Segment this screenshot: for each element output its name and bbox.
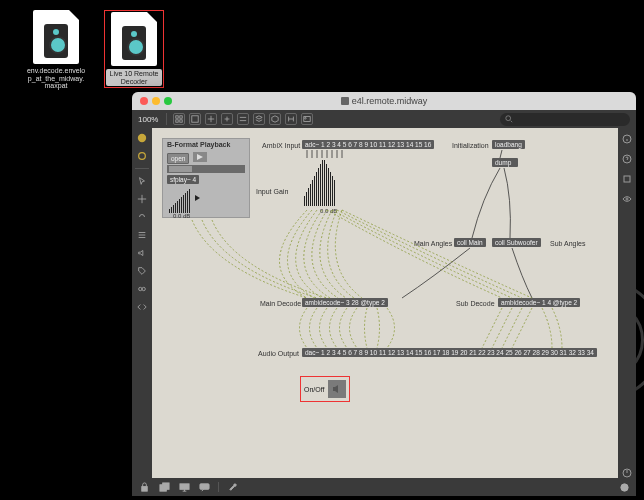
svg-rect-1 (180, 116, 182, 118)
search-icon (505, 115, 513, 123)
onoff-label: On/Off (304, 386, 325, 393)
left-tool-move-icon[interactable] (136, 193, 148, 205)
status-power-icon[interactable] (618, 481, 630, 493)
search-input[interactable] (500, 113, 630, 126)
left-tool-link-icon[interactable] (136, 211, 148, 223)
initialization-label: Initialization (452, 142, 489, 149)
left-tool-tag-icon[interactable] (136, 265, 148, 277)
file-label: Live 10 Remote Decoder (106, 69, 162, 86)
wrench-icon[interactable] (227, 481, 239, 493)
toolbar-arrows-icon[interactable] (221, 113, 233, 125)
open-button[interactable]: open (167, 153, 189, 164)
onoff-highlight: On/Off (300, 376, 350, 402)
zoom-level[interactable]: 100% (138, 115, 160, 124)
left-tool-sound-icon[interactable] (136, 247, 148, 259)
toolbar-h-icon[interactable] (285, 113, 297, 125)
audio-output-label: Audio Output (258, 350, 299, 357)
svg-rect-2 (176, 120, 178, 122)
statusbar (132, 478, 636, 496)
right-info-icon[interactable] (622, 134, 632, 144)
sfplay-object[interactable]: sfplay~ 4 (167, 175, 199, 184)
input-gain-db: 0.0 dB (320, 208, 337, 214)
bformat-panel: B-Format Playback open sfplay~ 4 0.0 dB (162, 138, 250, 218)
svg-point-8 (138, 134, 146, 142)
input-gain[interactable] (304, 158, 335, 206)
left-toolbar (132, 128, 152, 478)
right-eye-icon[interactable] (622, 194, 632, 204)
svg-point-6 (305, 117, 307, 119)
svg-point-11 (142, 287, 145, 290)
main-decode-object[interactable]: ambidecode~ 3 28 @type 2 (302, 298, 388, 307)
play-icon[interactable] (193, 152, 207, 162)
ambix-input-label: AmbiX Input (262, 142, 300, 149)
top-toolbar: 100% (132, 110, 636, 128)
left-tool-circle-icon[interactable] (136, 150, 148, 162)
file-icon-1[interactable]: env.decode.envelop_at_the_midway.maxpat (26, 10, 86, 90)
main-angles-label: Main Angles (414, 240, 452, 247)
left-tool-code-icon[interactable] (136, 301, 148, 313)
bformat-gain-db: 0.0 dB (173, 213, 190, 219)
dump-object[interactable]: dump (492, 158, 518, 167)
right-power-icon[interactable] (622, 468, 632, 478)
svg-point-7 (506, 116, 511, 121)
svg-rect-15 (624, 176, 630, 182)
patcher-canvas[interactable]: B-Format Playback open sfplay~ 4 0.0 dB … (152, 128, 618, 478)
coll-sub-object[interactable]: coll Subwoofer (492, 238, 541, 247)
coll-main-object[interactable]: coll Main (454, 238, 486, 247)
toolbar-layers-icon[interactable] (253, 113, 265, 125)
sub-decode-label: Sub Decode (456, 300, 495, 307)
main-decode-label: Main Decode (260, 300, 301, 307)
adc-object[interactable]: adc~ 1 2 3 4 5 6 7 8 9 10 11 12 13 14 15… (302, 140, 434, 149)
svg-rect-20 (162, 482, 168, 488)
svg-point-10 (139, 287, 142, 290)
toolbar-dashes-icon[interactable] (237, 113, 249, 125)
sub-angles-label: Sub Angles (550, 240, 585, 247)
left-tool-list-icon[interactable] (136, 229, 148, 241)
right-clip-icon[interactable] (622, 174, 632, 184)
lock-icon[interactable] (138, 481, 150, 493)
toolbar-cube-icon[interactable] (269, 113, 281, 125)
window-title: e4l.remote.midway (132, 96, 636, 106)
presentation-icon[interactable] (178, 481, 190, 493)
svg-rect-18 (141, 486, 147, 491)
bformat-gain[interactable] (169, 187, 190, 213)
titlebar: e4l.remote.midway (132, 92, 636, 110)
svg-rect-21 (179, 483, 188, 489)
app-window: e4l.remote.midway 100% (132, 92, 636, 496)
file-label: env.decode.envelop_at_the_midway.maxpat (26, 67, 86, 90)
message-icon[interactable] (198, 481, 210, 493)
windows-icon[interactable] (158, 481, 170, 493)
input-gain-label: Input Gain (256, 188, 288, 195)
desktop: env.decode.envelop_at_the_midway.maxpat … (0, 0, 644, 500)
right-toolbar (618, 128, 636, 478)
toolbar-img-icon[interactable] (301, 113, 313, 125)
left-tool-cursor-icon[interactable] (136, 175, 148, 187)
playback-slider[interactable] (167, 165, 245, 173)
svg-rect-0 (176, 116, 178, 118)
toolbar-snap-icon[interactable] (189, 113, 201, 125)
toolbar-grid-icon[interactable] (173, 113, 185, 125)
svg-rect-4 (192, 116, 198, 122)
ezdac-toggle[interactable] (328, 380, 346, 398)
sub-decode-object[interactable]: ambidecode~ 1 4 @type 2 (498, 298, 580, 307)
dac-object[interactable]: dac~ 1 2 3 4 5 6 7 8 9 10 11 12 13 14 15… (302, 348, 597, 357)
right-question-icon[interactable] (622, 154, 632, 164)
svg-rect-3 (180, 120, 182, 122)
bformat-title: B-Format Playback (167, 141, 230, 148)
left-tool-sphere-icon[interactable] (136, 132, 148, 144)
svg-rect-22 (199, 483, 208, 489)
file-icon-2[interactable]: Live 10 Remote Decoder (104, 10, 164, 88)
toolbar-plus-icon[interactable] (205, 113, 217, 125)
svg-point-9 (139, 153, 146, 160)
left-tool-link2-icon[interactable] (136, 283, 148, 295)
loadbang-object[interactable]: loadbang (492, 140, 525, 149)
svg-point-16 (626, 198, 628, 200)
